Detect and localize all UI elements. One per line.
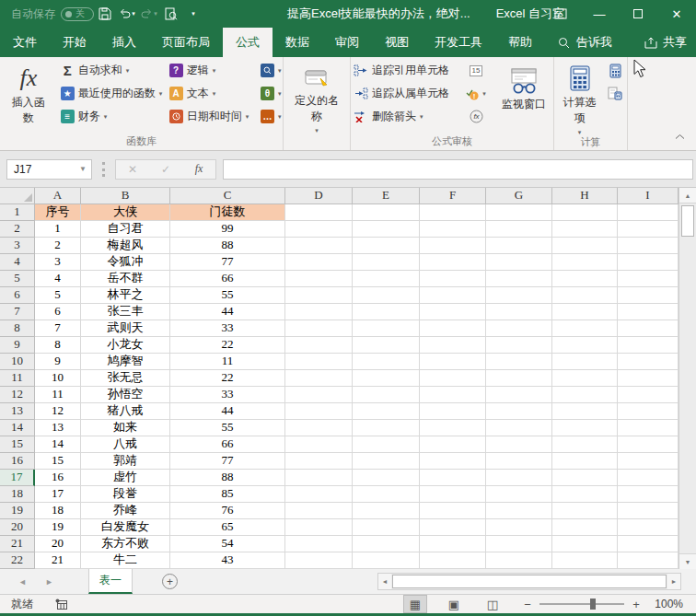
print-preview-button[interactable] (160, 0, 182, 28)
cancel-entry-button[interactable]: ✕ (116, 163, 149, 176)
cell-F18[interactable] (420, 486, 486, 503)
cell-C14[interactable]: 55 (170, 420, 285, 436)
cell-G6[interactable] (486, 287, 552, 304)
cell-G19[interactable] (486, 503, 552, 519)
cell-I3[interactable] (618, 238, 679, 254)
formula-bar-splitter[interactable] (102, 162, 105, 177)
cell-H6[interactable] (552, 287, 618, 304)
cell-H20[interactable] (552, 519, 618, 536)
cell-A1[interactable]: 序号 (35, 204, 81, 221)
cell-B2[interactable]: 自习君 (81, 221, 170, 238)
cell-H15[interactable] (552, 436, 618, 453)
cell-D12[interactable] (285, 387, 353, 403)
cell-I17[interactable] (618, 470, 679, 486)
close-button[interactable]: ✕ (657, 0, 696, 28)
trace-dependents-button[interactable]: 追踪从属单元格 (352, 82, 459, 105)
tab-help[interactable]: 帮助 (495, 28, 545, 57)
cell-E11[interactable] (353, 370, 420, 387)
defined-names-button[interactable]: 定义的名称 ▾ (284, 59, 349, 134)
row-header-13[interactable]: 13 (0, 403, 35, 420)
sheet-tab-active[interactable]: 表一 (88, 569, 133, 594)
cell-C3[interactable]: 88 (170, 238, 285, 254)
column-header-I[interactable]: I (618, 188, 679, 204)
cell-A19[interactable]: 18 (35, 503, 81, 519)
cell-B9[interactable]: 小龙女 (81, 337, 170, 354)
scroll-down-button[interactable]: ▼ (679, 553, 696, 569)
cell-A2[interactable]: 1 (35, 221, 81, 238)
cell-F4[interactable] (420, 254, 486, 271)
row-header-11[interactable]: 11 (0, 370, 35, 387)
cell-C17[interactable]: 88 (170, 470, 285, 486)
cell-H17[interactable] (552, 470, 618, 486)
evaluate-formula-button[interactable]: fx (465, 105, 488, 128)
cell-C7[interactable]: 44 (170, 304, 285, 320)
macro-record-icon[interactable] (55, 599, 68, 610)
cell-H16[interactable] (552, 453, 618, 470)
cell-B18[interactable]: 段誉 (81, 486, 170, 503)
insert-function-small-button[interactable]: fx (182, 162, 215, 176)
tab-formulas[interactable]: 公式 (223, 28, 273, 57)
cell-I16[interactable] (618, 453, 679, 470)
vertical-scrollbar[interactable]: ▲ ▼ (679, 188, 696, 569)
cell-E12[interactable] (353, 387, 420, 403)
cell-F5[interactable] (420, 271, 486, 287)
cell-A17[interactable]: 16 (35, 470, 81, 486)
cell-I4[interactable] (618, 254, 679, 271)
cell-D21[interactable] (285, 536, 353, 552)
row-header-1[interactable]: 1 (0, 204, 35, 221)
cell-H8[interactable] (552, 320, 618, 337)
sheet-next-button[interactable]: ► (45, 577, 53, 587)
row-header-8[interactable]: 8 (0, 320, 35, 337)
view-page-break-button[interactable]: ◫ (481, 595, 505, 613)
cell-E5[interactable] (353, 271, 420, 287)
cell-D18[interactable] (285, 486, 353, 503)
sheet-prev-button[interactable]: ◄ (18, 577, 27, 587)
row-header-16[interactable]: 16 (0, 453, 35, 470)
cell-C20[interactable]: 65 (170, 519, 285, 536)
cell-D9[interactable] (285, 337, 353, 354)
column-header-H[interactable]: H (552, 188, 618, 204)
cell-B11[interactable]: 张无忌 (81, 370, 170, 387)
tab-home[interactable]: 开始 (50, 28, 99, 57)
cell-I8[interactable] (618, 320, 679, 337)
qat-customize-button[interactable]: ▾ (182, 0, 204, 28)
cell-D7[interactable] (285, 304, 353, 320)
row-header-2[interactable]: 2 (0, 221, 35, 238)
cell-E7[interactable] (353, 304, 420, 320)
cell-E8[interactable] (353, 320, 420, 337)
cell-B16[interactable]: 郭靖 (81, 453, 170, 470)
select-all-corner[interactable] (0, 188, 35, 204)
view-page-layout-button[interactable]: ▣ (442, 595, 466, 613)
name-box[interactable]: J17 ▼ (6, 159, 92, 180)
row-header-19[interactable]: 19 (0, 503, 35, 519)
row-header-12[interactable]: 12 (0, 387, 35, 403)
cell-A15[interactable]: 14 (35, 436, 81, 453)
cell-B5[interactable]: 岳不群 (81, 271, 170, 287)
cell-G22[interactable] (486, 552, 552, 569)
cell-E18[interactable] (353, 486, 420, 503)
cell-G7[interactable] (486, 304, 552, 320)
cell-I5[interactable] (618, 271, 679, 287)
cell-I15[interactable] (618, 436, 679, 453)
tab-review[interactable]: 审阅 (322, 28, 372, 57)
calculation-options-button[interactable]: 计算选项 ▾ (555, 59, 604, 136)
cell-D17[interactable] (285, 470, 353, 486)
cell-E22[interactable] (353, 552, 420, 569)
cell-F17[interactable] (420, 470, 486, 486)
cell-F3[interactable] (420, 238, 486, 254)
cell-A13[interactable]: 12 (35, 403, 81, 420)
cell-C2[interactable]: 99 (170, 221, 285, 238)
cell-D19[interactable] (285, 503, 353, 519)
cell-H21[interactable] (552, 536, 618, 552)
cell-H7[interactable] (552, 304, 618, 320)
cell-B17[interactable]: 虚竹 (81, 470, 170, 486)
insert-function-button[interactable]: fx 插入函数 (1, 59, 56, 126)
cell-A21[interactable]: 20 (35, 536, 81, 552)
watch-window-button[interactable]: 监视窗口 (496, 59, 551, 112)
autosave-toggle[interactable]: 自动保存 关 (11, 6, 94, 22)
cell-G11[interactable] (486, 370, 552, 387)
cell-C15[interactable]: 66 (170, 436, 285, 453)
cell-A6[interactable]: 5 (35, 287, 81, 304)
cell-C11[interactable]: 22 (170, 370, 285, 387)
cell-E9[interactable] (353, 337, 420, 354)
